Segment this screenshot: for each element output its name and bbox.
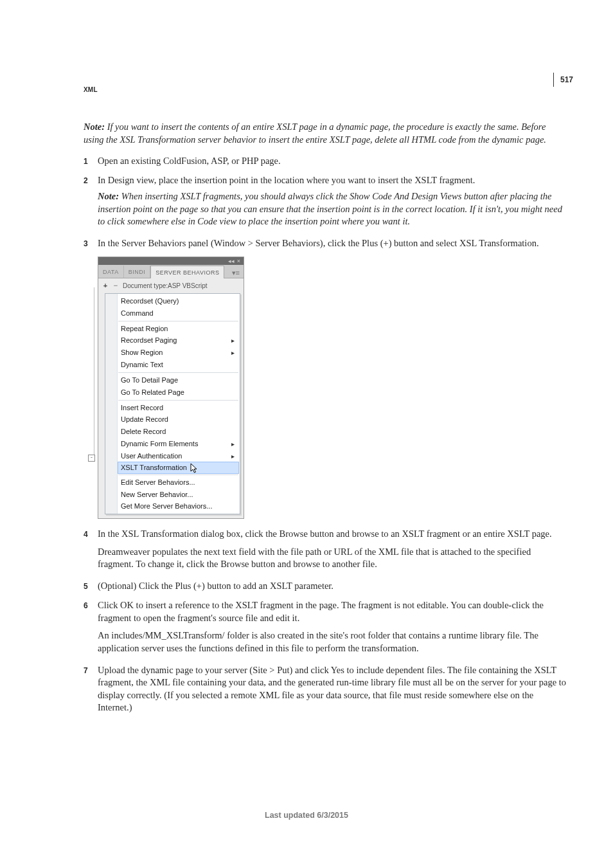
step-7: 7 Upload the dynamic page to your server… bbox=[84, 664, 568, 714]
content-block: Note: If you want to insert the contents… bbox=[84, 121, 568, 714]
step-number: 4 bbox=[84, 529, 88, 539]
menu-item-go-to-detail-page[interactable]: Go To Detail Page bbox=[105, 374, 240, 386]
step-4-followup: Dreamweaver populates the next text fiel… bbox=[98, 546, 568, 571]
note-label: Note: bbox=[98, 191, 119, 201]
menu-item-label: Recordset Paging bbox=[121, 336, 177, 344]
step-3: 3 In the Server Behaviors panel (Window … bbox=[84, 237, 568, 519]
server-behaviors-panel-figure: - ◂◂ × DATA BINDI SERVER BEHAVIORS ▾≡ bbox=[98, 257, 568, 519]
steps-list: 1 Open an existing ColdFusion, ASP, or P… bbox=[84, 155, 568, 714]
intro-note-text: If you want to insert the contents of an… bbox=[84, 122, 546, 145]
step-number: 3 bbox=[84, 239, 88, 249]
menu-item-label: Dynamic Form Elements bbox=[121, 440, 198, 448]
page-number: 517 bbox=[553, 73, 573, 87]
menu-item-show-region[interactable]: Show Region▸ bbox=[105, 347, 240, 359]
menu-separator bbox=[118, 475, 238, 475]
menu-separator bbox=[118, 321, 238, 321]
submenu-arrow-icon: ▸ bbox=[231, 452, 235, 461]
step-6: 6 Click OK to insert a reference to the … bbox=[84, 599, 568, 655]
menu-item-insert-record[interactable]: Insert Record bbox=[105, 402, 240, 414]
cursor-icon bbox=[190, 463, 199, 475]
step-text: Upload the dynamic page to your server (… bbox=[98, 664, 568, 714]
step-5: 5 (Optional) Click the Plus (+) button t… bbox=[84, 580, 568, 593]
menu-separator bbox=[118, 372, 238, 373]
menu-item-edit-server-behaviors[interactable]: Edit Server Behaviors... bbox=[105, 476, 240, 489]
server-behaviors-panel: ◂◂ × DATA BINDI SERVER BEHAVIORS ▾≡ + − bbox=[98, 257, 244, 519]
menu-item-recordset-paging[interactable]: Recordset Paging▸ bbox=[105, 334, 240, 347]
menu-separator bbox=[118, 400, 238, 401]
panel-menu-icon[interactable]: ▾≡ bbox=[228, 268, 244, 278]
step-number: 5 bbox=[84, 581, 88, 592]
doc-type-label: Document type:ASP VBScript bbox=[123, 282, 208, 291]
menu-item-user-authentication[interactable]: User Authentication▸ bbox=[105, 450, 240, 462]
step-text: In the Server Behaviors panel (Window > … bbox=[98, 237, 568, 250]
step-2-note: Note: When inserting XSLT fragments, you… bbox=[98, 190, 568, 228]
menu-item-go-to-related-page[interactable]: Go To Related Page bbox=[105, 386, 240, 399]
step-1: 1 Open an existing ColdFusion, ASP, or P… bbox=[84, 155, 568, 168]
doc-type-row: + − Document type:ASP VBScript bbox=[98, 278, 244, 293]
tree-stub: - bbox=[94, 287, 98, 457]
step-text: (Optional) Click the Plus (+) button to … bbox=[98, 580, 568, 593]
tab-server-behaviors[interactable]: SERVER BEHAVIORS bbox=[150, 266, 224, 278]
menu-item-label: User Authentication bbox=[121, 452, 182, 460]
step-text: In the XSL Transformation dialog box, cl… bbox=[98, 528, 568, 541]
panel-tabs: DATA BINDI SERVER BEHAVIORS ▾≡ bbox=[98, 265, 244, 278]
menu-item-label: XSLT Transformation bbox=[121, 464, 187, 471]
submenu-arrow-icon: ▸ bbox=[231, 348, 235, 357]
tree-minus-icon: - bbox=[88, 455, 95, 462]
plus-button[interactable]: + bbox=[102, 281, 109, 291]
intro-note: Note: If you want to insert the contents… bbox=[84, 121, 568, 146]
menu-item-command[interactable]: Command bbox=[105, 307, 240, 320]
tab-bindings[interactable]: BINDI bbox=[124, 266, 151, 278]
menu-item-xslt-transformation[interactable]: XSLT Transformation bbox=[118, 462, 239, 474]
submenu-arrow-icon: ▸ bbox=[231, 440, 235, 449]
running-head: XML bbox=[84, 86, 98, 93]
behaviors-menu: Recordset (Query) Command Repeat Region … bbox=[105, 293, 240, 514]
step-text: Open an existing ColdFusion, ASP, or PHP… bbox=[98, 155, 568, 168]
step-6-followup: An includes/MM_XSLTransform/ folder is a… bbox=[98, 629, 568, 655]
tab-data[interactable]: DATA bbox=[98, 266, 124, 278]
menu-item-recordset-query[interactable]: Recordset (Query) bbox=[105, 295, 240, 307]
step-number: 2 bbox=[84, 176, 88, 186]
panel-titlebar: ◂◂ × bbox=[98, 257, 244, 265]
menu-item-update-record[interactable]: Update Record bbox=[105, 413, 240, 426]
page-number-value: 517 bbox=[560, 75, 573, 84]
note-label: Note: bbox=[84, 122, 105, 132]
step-number: 6 bbox=[84, 601, 88, 611]
collapse-icon[interactable]: ◂◂ bbox=[228, 258, 234, 264]
step-2-note-text: When inserting XSLT fragments, you shoul… bbox=[98, 191, 562, 226]
close-icon[interactable]: × bbox=[236, 258, 242, 264]
minus-button[interactable]: − bbox=[112, 281, 119, 291]
step-text: Click OK to insert a reference to the XS… bbox=[98, 599, 568, 624]
menu-item-delete-record[interactable]: Delete Record bbox=[105, 426, 240, 438]
step-text: In Design view, place the insertion poin… bbox=[98, 174, 568, 187]
step-number: 7 bbox=[84, 665, 88, 676]
menu-item-dynamic-form-elements[interactable]: Dynamic Form Elements▸ bbox=[105, 438, 240, 450]
submenu-arrow-icon: ▸ bbox=[231, 336, 235, 345]
menu-item-repeat-region[interactable]: Repeat Region bbox=[105, 323, 240, 335]
step-2: 2 In Design view, place the insertion po… bbox=[84, 174, 568, 228]
menu-item-dynamic-text[interactable]: Dynamic Text bbox=[105, 359, 240, 371]
step-4: 4 In the XSL Transformation dialog box, … bbox=[84, 528, 568, 571]
menu-item-label: Show Region bbox=[121, 348, 163, 356]
page: 517 XML Note: If you want to insert the … bbox=[0, 0, 613, 868]
step-number: 1 bbox=[84, 156, 88, 167]
footer-last-updated: Last updated 6/3/2015 bbox=[0, 811, 613, 820]
menu-item-new-server-behavior[interactable]: New Server Behavior... bbox=[105, 489, 240, 501]
menu-item-get-more-server-behaviors[interactable]: Get More Server Behaviors... bbox=[105, 500, 240, 512]
